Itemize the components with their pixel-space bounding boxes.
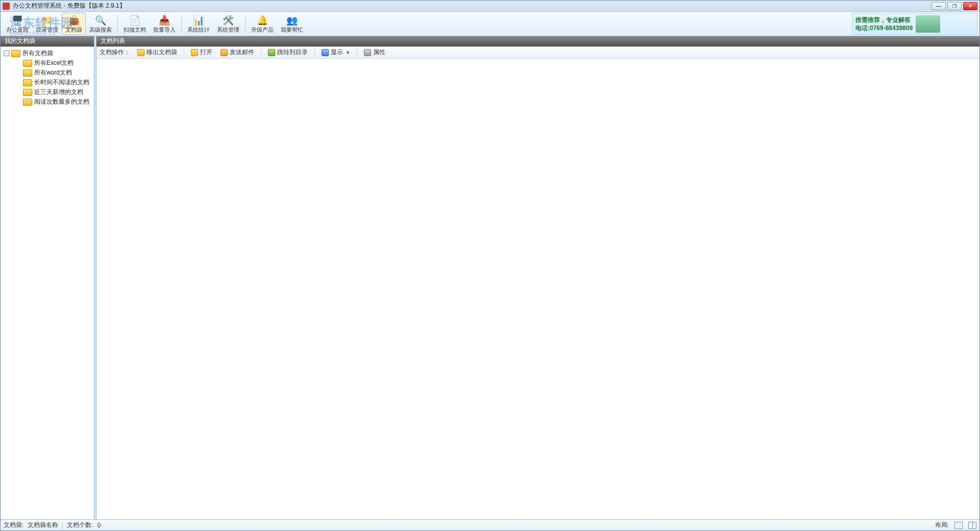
status-bag-label: 文档袋: <box>4 521 23 529</box>
stats-icon: 📊 <box>192 15 205 26</box>
status-layout-label: 布局: <box>935 521 949 529</box>
brand-line2: 电话:0769-88439809 <box>855 24 913 32</box>
desktop-icon: 🖥️ <box>11 15 23 26</box>
statusbar: 文档袋: 文档袋名称 文档个数: 0 布局: <box>1 519 979 530</box>
op-jump-dir[interactable]: 跳转到目录 <box>265 47 311 58</box>
window-title: 办公文档管理系统 - 免费版【版本 2.9.1】 <box>13 2 126 10</box>
tb-desktop[interactable]: 🖥️ 办公桌面 <box>3 13 32 35</box>
sidebar: 我的文档袋 − 所有文档袋 所有Excel文档 所有word文档 长时间 <box>1 36 94 519</box>
window-controls <box>932 2 977 10</box>
main-pane: 文档列表 文档操作： 移出文档袋 打开 发送邮件 <box>96 36 979 519</box>
op-send-mail[interactable]: 发送邮件 <box>217 47 257 58</box>
main-toolbar: 河东软件园 www.pc0359.cn 🖥️ 办公桌面 📁 目录管理 👜 文档袋… <box>1 12 979 36</box>
chevron-down-icon: ▼ <box>346 50 350 55</box>
folder-icon <box>23 59 32 67</box>
tb-dir-manage[interactable]: 📁 目录管理 <box>32 13 62 35</box>
import-icon: 📥 <box>158 15 170 26</box>
tb-sys-manage[interactable]: 🛠️ 系统管理 <box>213 13 243 35</box>
help-icon: 👥 <box>286 15 298 26</box>
folder-icon <box>23 79 32 87</box>
scan-icon: 📄 <box>129 15 141 26</box>
ops-label: 文档操作： <box>100 48 130 57</box>
toolbar-separator <box>117 15 118 33</box>
toolbar-separator <box>245 15 246 33</box>
brand-banner: 按需推荐，专业解答 电话:0769-88439809 <box>852 13 977 35</box>
folder-icon: 📁 <box>41 15 53 26</box>
bell-icon: 🔔 <box>256 15 268 26</box>
collapse-icon[interactable]: − <box>4 51 9 56</box>
tb-scan-doc[interactable]: 📄 扫描文档 <box>120 13 150 35</box>
folder-icon <box>11 50 20 58</box>
separator <box>357 49 357 57</box>
status-bag-value: 文档袋名称 <box>28 521 58 529</box>
tb-doc-bag[interactable]: 👜 文档袋 <box>62 13 86 35</box>
status-count-value: 0 <box>97 522 101 529</box>
properties-icon <box>364 49 371 56</box>
app-window: 办公文档管理系统 - 免费版【版本 2.9.1】 河东软件园 www.pc035… <box>0 0 980 531</box>
tb-help[interactable]: 👥 我要帮忙 <box>277 13 307 35</box>
doc-ops-toolbar: 文档操作： 移出文档袋 打开 发送邮件 跳转到目录 <box>96 46 979 59</box>
minimize-button[interactable] <box>932 2 946 10</box>
close-button[interactable] <box>963 2 977 10</box>
tb-upgrade[interactable]: 🔔 升级产品 <box>248 13 277 35</box>
tree-item[interactable]: 阅读次数最多的文档 <box>1 97 94 107</box>
folder-icon <box>23 98 32 106</box>
toolbar-separator <box>181 15 182 33</box>
layout-single-icon[interactable] <box>954 522 963 529</box>
jump-icon <box>268 49 275 56</box>
bag-icon: 👜 <box>68 15 80 26</box>
tree-root[interactable]: − 所有文档袋 <box>1 49 94 58</box>
settings-icon: 🛠️ <box>222 15 234 26</box>
view-icon <box>322 49 329 56</box>
maximize-button[interactable] <box>947 2 962 10</box>
separator <box>261 49 261 57</box>
tree-item[interactable]: 所有word文档 <box>1 68 94 78</box>
brand-line1: 按需推荐，专业解答 <box>855 16 913 24</box>
app-icon <box>3 3 10 10</box>
tree-item[interactable]: 长时间不阅读的文档 <box>1 78 94 87</box>
scanner-icon <box>916 15 940 33</box>
search-icon: 🔍 <box>94 15 107 26</box>
folder-icon <box>23 88 32 96</box>
main-header: 文档列表 <box>96 36 979 46</box>
separator <box>314 49 315 57</box>
op-view[interactable]: 显示 ▼ <box>318 47 353 58</box>
status-count-label: 文档个数: <box>67 521 93 529</box>
open-icon <box>191 49 198 56</box>
folder-icon <box>23 69 32 77</box>
folder-tree[interactable]: − 所有文档袋 所有Excel文档 所有word文档 长时间不阅读的文档 <box>1 46 94 519</box>
separator <box>184 49 184 57</box>
titlebar: 办公文档管理系统 - 免费版【版本 2.9.1】 <box>1 1 979 12</box>
layout-split-icon[interactable] <box>968 522 976 529</box>
op-move-out[interactable]: 移出文档袋 <box>134 47 180 58</box>
tree-item[interactable]: 近三天新增的文档 <box>1 87 94 97</box>
separator <box>62 522 63 529</box>
op-open[interactable]: 打开 <box>188 47 215 58</box>
tb-batch-import[interactable]: 📥 批量导入 <box>150 13 179 35</box>
op-properties[interactable]: 属性 <box>361 47 388 58</box>
tb-advanced-search[interactable]: 🔍 高级搜索 <box>86 13 115 35</box>
move-icon <box>137 49 144 56</box>
tb-sys-stats[interactable]: 📊 系统统计 <box>184 13 213 35</box>
tree-item[interactable]: 所有Excel文档 <box>1 58 94 68</box>
body-split: 我的文档袋 − 所有文档袋 所有Excel文档 所有word文档 长时间 <box>1 36 979 519</box>
mail-icon <box>220 49 228 56</box>
sidebar-header: 我的文档袋 <box>1 36 94 46</box>
document-list-area[interactable] <box>96 59 979 519</box>
